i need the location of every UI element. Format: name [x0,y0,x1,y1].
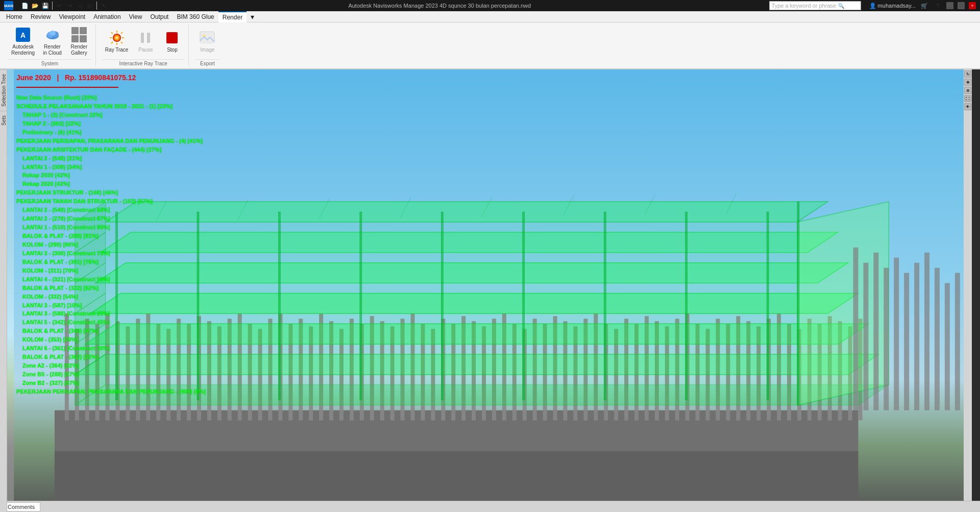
render-gallery-icon [71,27,87,43]
menu-extra[interactable]: ▾ [247,11,258,22]
svg-rect-31 [95,324,100,420]
info-panel: June 2020 | Rp. 151890841075.12 New Data… [14,69,264,512]
menu-view[interactable]: View [125,11,146,22]
cart-icon[interactable]: 🛒 [920,1,929,10]
maximize-button[interactable]: □ [958,2,965,9]
info-item-5: PEKERJAAN PERSIAPAN, PRASARANA DAN PENUN… [16,137,262,145]
sidebar-tab-selection-tree[interactable]: Selection Tree [0,69,7,111]
info-item-4: Preliminary - (6) [41%] [16,129,262,137]
svg-marker-116 [75,293,106,344]
svg-rect-65 [441,319,445,420]
menu-bim360[interactable]: BIM 360 Glue [173,11,218,22]
building-svg [7,69,972,512]
svg-point-5 [50,31,56,36]
menu-animation[interactable]: Animation [89,11,125,22]
svg-rect-35 [136,319,140,420]
fit-button[interactable]: ⛶ [964,95,971,102]
menu-review[interactable]: Review [27,11,55,22]
ray-trace-button[interactable]: Ray Trace [102,28,132,55]
look-button[interactable]: 👁 [964,103,971,110]
title-bar: MAN 📄 📂 💾 ↩ ↪ ◁ ▷ ↖ Autodesk Navisworks … [0,0,980,11]
info-item-11: PEKERJAAN STRUKTUR - (168) [46%] [16,189,262,197]
sidebar-tab-sets[interactable]: Sets [0,111,7,130]
svg-rect-41 [197,316,201,420]
svg-rect-143 [894,258,899,410]
search-icon[interactable]: 🔍 [838,3,844,9]
orbit-button[interactable]: ↻ [964,70,971,78]
svg-rect-44 [228,319,232,420]
svg-rect-7 [80,27,87,34]
svg-rect-52 [309,326,313,420]
info-item-24: LANTAI 3 - (587) [10%] [16,302,262,310]
new-button[interactable]: 📄 [20,1,30,10]
info-item-16: BALOK & PLAT - (280) [91%] [16,232,262,240]
render-cloud-icon [44,27,61,43]
info-item-21: LANTAI 4 - (321) [Construct 59%] [16,276,262,284]
svg-rect-79 [583,319,587,420]
svg-rect-146 [924,253,929,410]
render-gallery-button[interactable]: RenderGallery [67,25,91,58]
undo-button[interactable]: ↩ [55,1,64,10]
svg-marker-111 [95,263,848,283]
svg-rect-88 [675,319,679,420]
back-button[interactable]: ◁ [75,1,84,10]
svg-rect-82 [614,329,618,420]
svg-rect-45 [238,313,242,420]
zoom-button[interactable]: ⊕ [964,87,971,94]
svg-rect-72 [512,324,517,420]
info-item-13: LANTAI 2 - (549) [Construct 68%] [16,206,262,214]
svg-rect-50 [288,324,292,420]
stop-button[interactable]: Stop [160,28,184,55]
save-button[interactable]: 💾 [41,1,50,10]
ribbon-group-system-label: System [8,59,91,66]
image-label: Image [201,47,215,53]
svg-line-125 [482,197,492,217]
menu-render[interactable]: Render [218,11,247,22]
stop-label: Stop [167,47,178,53]
svg-line-15 [111,32,113,34]
svg-rect-58 [370,316,374,420]
forward-button[interactable]: ▷ [85,1,94,10]
ribbon-group-export-label: Export [195,59,219,66]
cursor-button[interactable]: ↖ [99,1,108,10]
svg-rect-36 [146,313,150,420]
help-icon[interactable]: ? [933,1,942,10]
info-item-18: LANTAI 3 - (300) [Construct 73%] [16,250,262,258]
svg-rect-89 [685,313,690,420]
svg-rect-73 [523,329,527,420]
svg-rect-105 [848,326,852,420]
tab-comments[interactable]: Comments [2,502,40,511]
svg-rect-90 [696,324,700,420]
svg-rect-85 [645,316,649,420]
ribbon: A AutodeskRendering Renderin C [0,22,980,69]
redo-button[interactable]: ↪ [65,1,74,10]
svg-line-126 [564,196,574,216]
svg-rect-144 [904,273,909,410]
svg-rect-30 [85,319,89,420]
svg-rect-63 [421,324,425,420]
pan-button[interactable]: ✥ [964,79,971,86]
svg-rect-103 [828,316,832,420]
info-item-28: KOLOM - (353) [39%] [16,336,262,344]
search-bar[interactable]: Type a keyword or phrase 🔍 [769,1,861,10]
svg-text:A: A [20,31,26,39]
autodesk-rendering-button[interactable]: A AutodeskRendering [8,25,38,58]
minimize-button[interactable]: _ [946,2,953,9]
render-cloud-button[interactable]: Renderin Cloud [40,25,65,58]
svg-rect-102 [818,324,822,420]
svg-line-128 [726,193,736,214]
menu-viewpoint[interactable]: Viewpoint [55,11,89,22]
close-button[interactable]: × [969,2,976,9]
svg-marker-107 [75,385,889,405]
image-button[interactable]: Image [195,28,219,55]
svg-rect-60 [390,326,395,420]
viewport[interactable]: June 2020 | Rp. 151890841075.12 New Data… [7,69,972,512]
svg-marker-118 [75,232,106,283]
svg-rect-91 [706,329,710,420]
menu-output[interactable]: Output [146,11,173,22]
open-button[interactable]: 📂 [31,1,40,10]
svg-rect-32 [106,313,110,420]
svg-rect-132 [360,212,362,400]
menu-home[interactable]: Home [2,11,27,22]
pause-button[interactable]: Pause [133,28,158,55]
